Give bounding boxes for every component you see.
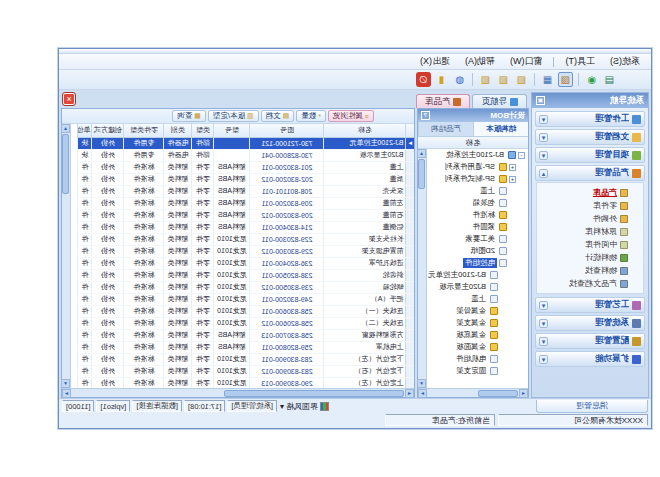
tree-node[interactable]: 电控组件: [427, 257, 528, 269]
table-row[interactable]: 前置电源支架229-830300-012尼龙1010零件塑料类标准件外协件: [78, 245, 414, 257]
sidebar-item[interactable]: 原材料库: [537, 225, 643, 238]
cell[interactable]: 零件: [192, 245, 214, 257]
cell[interactable]: 件: [78, 341, 92, 353]
table-toolbar-button[interactable]: ▤文档: [261, 110, 295, 122]
row-selector[interactable]: [406, 293, 414, 305]
cell[interactable]: 标准件: [124, 245, 164, 257]
cell[interactable]: 尼龙1010: [214, 305, 250, 317]
cell[interactable]: 压线夹（二）: [324, 317, 406, 329]
cell[interactable]: 外协: [92, 209, 124, 221]
cell[interactable]: 标准件: [124, 161, 164, 173]
cell[interactable]: 塑料类: [164, 365, 192, 377]
cell[interactable]: 零件: [192, 221, 214, 233]
cell[interactable]: 件: [78, 209, 92, 221]
cell[interactable]: 件: [78, 185, 92, 197]
table-row[interactable]: 压线夹（二）258-820600-012尼龙1010零件塑料类标准件外协件: [78, 317, 414, 329]
cell[interactable]: 730-828000-041: [250, 149, 324, 161]
chevron-down-icon[interactable]: ▼: [539, 133, 548, 142]
cell[interactable]: 202-830200-012: [250, 173, 324, 185]
cell[interactable]: 外协: [92, 185, 124, 197]
cell[interactable]: 专用件: [124, 149, 164, 161]
cell[interactable]: 上盖: [324, 161, 406, 173]
cell[interactable]: 零件: [192, 161, 214, 173]
cell[interactable]: 塑料类: [164, 233, 192, 245]
column-header[interactable]: 型号: [214, 124, 250, 137]
cell[interactable]: 外协: [92, 305, 124, 317]
row-selector[interactable]: [406, 341, 414, 353]
scroll-left-icon[interactable]: ◄: [519, 389, 528, 398]
tree-node[interactable]: 上盖: [427, 185, 528, 197]
cell[interactable]: 零件: [192, 197, 214, 209]
cell[interactable]: 件: [78, 293, 92, 305]
scroll-left-icon[interactable]: ◄: [405, 389, 414, 398]
cell[interactable]: 电器件: [164, 149, 192, 161]
table-row[interactable]: 右前盖209-830200-012塑料ABS零件塑料类标准件外协件: [78, 209, 414, 221]
cell[interactable]: 尼龙1010: [214, 245, 250, 257]
cell[interactable]: 件: [78, 161, 92, 173]
table-row[interactable]: 上电机罩259-820800-011塑料ABS零件塑料类标准件外协件: [78, 341, 414, 353]
cell[interactable]: 长柱头支架: [324, 233, 406, 245]
cell[interactable]: 尼龙1010: [214, 317, 250, 329]
tree-node[interactable]: 标准件: [427, 209, 528, 221]
column-header[interactable]: 单位: [78, 124, 92, 137]
cell[interactable]: 部件: [192, 149, 214, 161]
table-row[interactable]: BJ20主显示板730-828000-041部件电器件专用件外协块: [78, 149, 414, 161]
message-manager-tab[interactable]: 消息管理: [536, 400, 648, 413]
skin-selector[interactable]: 界面风格 ▾: [280, 401, 329, 412]
cell[interactable]: 零件: [192, 233, 214, 245]
tree-node[interactable]: 上盖: [427, 293, 528, 305]
row-selector[interactable]: [406, 281, 414, 293]
cell[interactable]: 塑料类: [164, 245, 192, 257]
sidebar-group-collapsed[interactable]: 配置管理▼: [535, 333, 645, 349]
cell[interactable]: 塑料类: [164, 257, 192, 269]
tree-node[interactable]: 金属面板: [427, 341, 528, 353]
tree-tab[interactable]: 产品结构: [418, 122, 473, 136]
tree-node[interactable]: 包装箱: [427, 197, 528, 209]
cell[interactable]: 零件: [192, 293, 214, 305]
cell[interactable]: 零件: [192, 209, 214, 221]
cell[interactable]: 压线夹（一）: [324, 305, 406, 317]
cell[interactable]: 上电机罩: [324, 341, 406, 353]
cell[interactable]: 外协: [92, 257, 124, 269]
table-row[interactable]: 上定位片（左）290-830900-013尼龙1010零件塑料类标准件外协件: [78, 377, 414, 388]
sidebar-group-expanded[interactable]: 产品管理▲: [535, 165, 645, 181]
chevron-down-icon[interactable]: ▼: [539, 355, 548, 364]
stop-icon[interactable]: ∅: [416, 72, 431, 87]
sidebar-item[interactable]: 产品库: [537, 186, 643, 199]
cell[interactable]: 标准件: [124, 197, 164, 209]
cell[interactable]: 尼龙1010: [214, 233, 250, 245]
cell[interactable]: 塑料类: [164, 293, 192, 305]
cell[interactable]: 塑料类: [164, 305, 192, 317]
cell[interactable]: 258-830600-011: [250, 305, 324, 317]
cell[interactable]: 电器件: [164, 137, 192, 149]
cell[interactable]: 标准件: [124, 365, 164, 377]
row-selector[interactable]: [406, 317, 414, 329]
tree-node[interactable]: 固定支架: [427, 365, 528, 377]
chevron-down-icon[interactable]: ▼: [539, 337, 548, 346]
report-chart-icon[interactable]: ▤: [602, 72, 617, 87]
sidebar-item[interactable]: 物料统计: [537, 251, 643, 264]
cell[interactable]: 前置电源支架: [324, 245, 406, 257]
cell[interactable]: 塑料ABS: [214, 341, 250, 353]
cell[interactable]: 把手（A）: [324, 293, 406, 305]
table-row[interactable]: 上盖201-830200-011塑料ABS零件塑料类标准件外协件: [78, 161, 414, 173]
cell[interactable]: 标准件: [124, 209, 164, 221]
cell[interactable]: 下定位片（左）: [324, 353, 406, 365]
cell[interactable]: 左前盖: [324, 197, 406, 209]
cell[interactable]: 塑料类: [164, 161, 192, 173]
cell[interactable]: 229-820300-011: [250, 233, 324, 245]
cell[interactable]: 外协: [92, 353, 124, 365]
cell[interactable]: 标准件: [124, 257, 164, 269]
cell[interactable]: 外协: [92, 137, 124, 149]
cell[interactable]: 标准件: [124, 281, 164, 293]
lock-icon[interactable]: ▮: [434, 72, 449, 87]
cell[interactable]: 249-830200-011: [250, 293, 324, 305]
cell[interactable]: 229-830300-012: [250, 245, 324, 257]
table-icon[interactable]: ▦: [540, 72, 555, 87]
table-row[interactable]: 左前盖209-830200-011塑料ABS零件塑料类标准件外协件: [78, 197, 414, 209]
cell[interactable]: 尼龙1010: [214, 293, 250, 305]
tree-expander-icon[interactable]: +: [509, 164, 516, 171]
chevron-down-icon[interactable]: ▼: [539, 319, 548, 328]
cell[interactable]: 730-721000-121: [250, 137, 324, 149]
sidebar-group-collapsed[interactable]: 项目管理▼: [535, 147, 645, 163]
